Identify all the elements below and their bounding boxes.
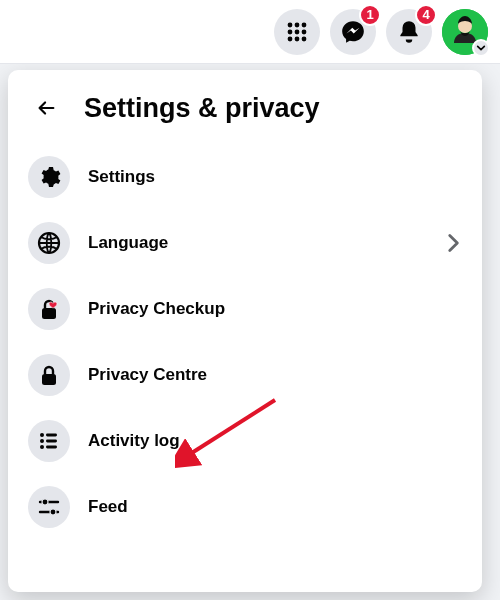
- svg-point-18: [40, 445, 44, 449]
- svg-point-3: [288, 29, 293, 34]
- svg-point-4: [295, 29, 300, 34]
- settings-privacy-panel: Settings & privacy Settings Language: [8, 70, 482, 592]
- menu-item-label: Privacy Checkup: [88, 299, 225, 319]
- svg-rect-19: [46, 446, 57, 449]
- account-avatar-button[interactable]: [442, 9, 488, 55]
- svg-point-8: [302, 36, 307, 41]
- menu-item-label: Language: [88, 233, 168, 253]
- svg-rect-13: [42, 374, 56, 385]
- svg-point-21: [42, 499, 48, 505]
- gear-icon: [28, 156, 70, 198]
- messenger-button[interactable]: 1: [330, 9, 376, 55]
- menu-item-label: Activity log: [88, 431, 180, 451]
- notifications-button[interactable]: 4: [386, 9, 432, 55]
- chevron-down-icon: [472, 39, 490, 57]
- lock-heart-icon: [28, 288, 70, 330]
- svg-point-1: [295, 22, 300, 27]
- svg-point-23: [50, 509, 56, 515]
- svg-point-16: [40, 439, 44, 443]
- svg-point-2: [302, 22, 307, 27]
- menu-item-settings[interactable]: Settings: [22, 146, 474, 208]
- svg-point-14: [40, 433, 44, 437]
- back-button[interactable]: [26, 88, 66, 128]
- panel-header: Settings & privacy: [22, 84, 474, 138]
- menu-item-label: Settings: [88, 167, 155, 187]
- svg-point-6: [288, 36, 293, 41]
- panel-title: Settings & privacy: [84, 93, 320, 124]
- svg-rect-17: [46, 440, 57, 443]
- svg-rect-15: [46, 434, 57, 437]
- menu-list: Settings Language Privacy Checkup: [22, 146, 474, 538]
- svg-rect-12: [42, 308, 56, 319]
- globe-icon: [28, 222, 70, 264]
- menu-item-feed[interactable]: Feed: [22, 476, 474, 538]
- menu-item-privacy-checkup[interactable]: Privacy Checkup: [22, 278, 474, 340]
- messenger-badge: 1: [359, 4, 381, 26]
- arrow-left-icon: [35, 97, 57, 119]
- grid-icon: [286, 21, 308, 43]
- svg-point-5: [302, 29, 307, 34]
- sliders-icon: [28, 486, 70, 528]
- menu-item-label: Privacy Centre: [88, 365, 207, 385]
- lock-icon: [28, 354, 70, 396]
- svg-point-0: [288, 22, 293, 27]
- menu-item-privacy-centre[interactable]: Privacy Centre: [22, 344, 474, 406]
- menu-item-language[interactable]: Language: [22, 212, 474, 274]
- topbar: 1 4: [0, 0, 500, 64]
- svg-point-7: [295, 36, 300, 41]
- notifications-badge: 4: [415, 4, 437, 26]
- menu-item-label: Feed: [88, 497, 128, 517]
- menu-grid-button[interactable]: [274, 9, 320, 55]
- menu-item-activity-log[interactable]: Activity log: [22, 410, 474, 472]
- chevron-right-icon: [440, 230, 466, 256]
- list-icon: [28, 420, 70, 462]
